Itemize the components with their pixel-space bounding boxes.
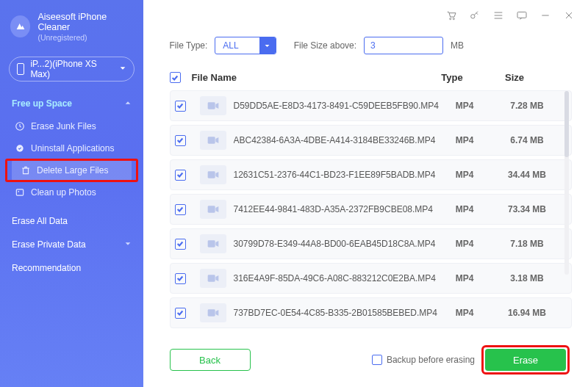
file-type: MP4 [439,204,490,214]
file-size: 34.44 MB [490,170,564,180]
file-type-select[interactable]: ALL [215,37,276,54]
nav-erase-all-label: Erase All Data [12,216,68,226]
chevron-up-icon [124,98,132,109]
row-checkbox[interactable] [175,170,186,181]
device-label: iP...2)(iPhone XS Max) [30,59,112,79]
svg-rect-2 [16,189,23,195]
file-name: 316E4A9F-85DA-49C6-A08C-883212C0E2BA.MP4 [234,273,439,283]
file-size: 7.18 MB [490,239,564,249]
table-row[interactable]: 12631C51-2376-44C1-BD23-F1EE89F5BADB.MP4… [170,159,572,190]
nav-recommendation[interactable]: Recommendation [0,256,143,280]
svg-point-4 [450,18,451,20]
svg-rect-12 [207,240,215,247]
table-row[interactable]: 737BD7EC-0E54-4C85-B335-2B01585BEBED.MP4… [170,297,572,328]
chevron-down-icon [119,64,126,74]
svg-point-5 [453,18,454,20]
chevron-down-icon [124,239,132,250]
sidebar-item-erase-junk[interactable]: Erase Junk Files [0,115,143,137]
app-subtitle: (Unregistered) [37,33,132,42]
svg-point-6 [471,15,475,18]
col-size: Size [478,72,551,83]
device-selector[interactable]: iP...2)(iPhone XS Max) [9,57,135,82]
file-size-input[interactable] [364,37,443,54]
table-row[interactable]: 7412EE44-9841-483D-A35A-2372FB9CBE08.MP4… [170,194,572,225]
video-thumb-icon [200,200,226,219]
backup-label: Backup before erasing [387,355,475,365]
table-row[interactable]: D59DD5AE-E8D3-4173-8491-C59DEEB5FB90.MP4… [170,90,572,121]
nav-free-up-space[interactable]: Free up Space [0,92,143,115]
apps-icon [15,143,25,153]
row-checkbox[interactable] [175,239,186,250]
row-checkbox[interactable] [175,101,186,112]
row-checkbox[interactable] [175,273,186,284]
svg-rect-14 [207,309,215,316]
close-icon[interactable] [563,10,575,21]
svg-point-3 [18,191,19,192]
scrollbar-thumb[interactable] [564,91,569,157]
cart-icon[interactable] [445,10,457,21]
nav-item-label: Clean up Photos [31,187,96,198]
file-name: D59DD5AE-E8D3-4173-8491-C59DEEB5FB90.MP4 [234,101,439,111]
brand-logo-icon [10,15,30,37]
file-type: MP4 [439,239,490,249]
titlebar [143,0,588,31]
feedback-icon[interactable] [516,10,528,21]
file-size-label: File Size above: [294,40,356,51]
row-checkbox[interactable] [175,135,186,146]
video-thumb-icon [200,165,226,184]
clock-icon [15,121,25,131]
row-checkbox[interactable] [175,204,186,215]
sidebar-item-uninstall[interactable]: Uninstall Applications [0,137,143,159]
file-name: 12631C51-2376-44C1-BD23-F1EE89F5BADB.MP4 [234,170,439,180]
svg-rect-8 [207,102,215,109]
nav-erase-private[interactable]: Erase Private Data [0,233,143,256]
sidebar-item-delete-large[interactable]: Delete Large Files [12,159,132,181]
video-thumb-icon [200,269,226,288]
minimize-icon[interactable] [539,10,551,21]
file-list: D59DD5AE-E8D3-4173-8491-C59DEEB5FB90.MP4… [143,90,588,339]
nav-erase-all[interactable]: Erase All Data [0,209,143,233]
video-thumb-icon [200,131,226,150]
main-panel: File Type: ALL File Size above: MB File … [143,0,588,387]
image-icon [15,187,25,198]
video-thumb-icon [200,303,226,322]
file-type: MP4 [439,101,490,111]
video-thumb-icon [200,234,226,253]
sidebar: Aiseesoft iPhone Cleaner (Unregistered) … [0,0,143,387]
file-size: 6.74 MB [490,135,564,145]
footer: Back Backup before erasing Erase [143,339,588,387]
file-type: MP4 [439,170,490,180]
key-icon[interactable] [469,10,481,21]
svg-rect-13 [207,275,215,281]
erase-button[interactable]: Erase [485,349,566,371]
menu-icon[interactable] [492,10,504,21]
app-title: Aiseesoft iPhone Cleaner [37,12,132,33]
svg-rect-9 [207,137,215,143]
trash-icon [21,165,31,176]
select-all-checkbox[interactable] [170,72,181,83]
file-type: MP4 [439,273,490,283]
sidebar-item-cleanup-photos[interactable]: Clean up Photos [0,181,143,203]
svg-rect-7 [517,12,526,18]
backup-checkbox[interactable] [372,355,382,365]
file-name: 737BD7EC-0E54-4C85-B335-2B01585BEBED.MP4 [234,308,439,318]
table-row[interactable]: ABC42384-6A3A-4DBE-A414-3184BE33246B.MP4… [170,125,572,156]
file-type: MP4 [439,308,490,318]
file-type-value: ALL [215,40,259,51]
row-checkbox[interactable] [175,308,186,319]
scrollbar[interactable] [564,91,569,275]
table-row[interactable]: 316E4A9F-85DA-49C6-A08C-883212C0E2BA.MP4… [170,263,572,294]
dropdown-icon [259,37,276,54]
nav-free-up-label: Free up Space [12,98,72,109]
filter-bar: File Type: ALL File Size above: MB [143,31,588,65]
video-thumb-icon [200,96,226,115]
table-row[interactable]: 30799D78-E349-44A8-BD00-6EAB45D18C8A.MP4… [170,228,572,259]
svg-rect-11 [207,206,215,212]
brand: Aiseesoft iPhone Cleaner (Unregistered) [0,9,143,52]
nav-item-label: Uninstall Applications [31,143,114,153]
file-name: ABC42384-6A3A-4DBE-A414-3184BE33246B.MP4 [234,135,439,145]
nav-item-label: Erase Junk Files [31,121,96,131]
file-size: 16.94 MB [490,308,564,318]
back-button[interactable]: Back [170,349,251,371]
file-size: 73.34 MB [490,204,564,214]
